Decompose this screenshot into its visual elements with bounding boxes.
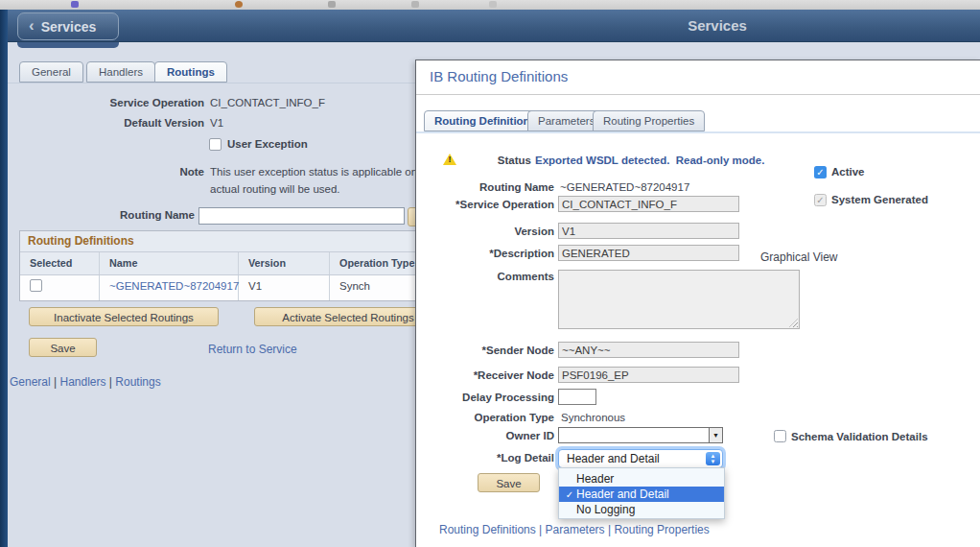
back-button[interactable]: ‹ Services — [17, 12, 119, 40]
favicon-icon — [411, 1, 419, 8]
user-exception-checkbox[interactable] — [209, 138, 222, 151]
modal-version-label: Version — [416, 226, 554, 237]
row-version: V1 — [239, 275, 330, 300]
page-title: Services — [621, 17, 813, 34]
resize-handle-icon[interactable] — [789, 319, 798, 327]
system-generated-label: System Generated — [831, 194, 928, 205]
service-operation-label: Service Operation — [19, 97, 204, 108]
check-icon: ✓ — [563, 489, 576, 500]
modal-title-rule — [416, 94, 980, 95]
modal-tab-label: Parameters — [538, 115, 595, 127]
schema-validation-details-checkbox[interactable] — [774, 430, 786, 442]
menu-option-label: Header and Detail — [576, 488, 669, 501]
column-header-selected: Selected — [20, 252, 100, 274]
modal-operation-type-value: Synchronous — [561, 412, 625, 423]
modal-comments-label: Comments — [416, 271, 554, 282]
modal-save-button[interactable]: Save — [478, 473, 540, 492]
modal-receiver-node-label: *Receiver Node — [416, 369, 554, 381]
screen: ‹ Services Services General Handlers Rou… — [0, 0, 980, 547]
back-chevron-icon: ‹ — [29, 16, 35, 36]
schema-validation-details-label: Schema Validation Details — [791, 431, 928, 442]
modal-receiver-node-input — [558, 367, 739, 383]
tab-handlers-label: Handlers — [99, 66, 143, 78]
user-exception-label: User Exception — [227, 138, 308, 150]
return-to-service-link[interactable]: Return to Service — [208, 343, 297, 356]
note-label: Note — [19, 166, 204, 178]
warning-exclamation-icon: ! — [443, 155, 456, 164]
column-header-operation-type: Operation Type — [330, 252, 416, 274]
back-button-tab-extension — [17, 41, 119, 48]
modal-routing-name-label: Routing Name — [416, 181, 554, 193]
page-header: ‹ Services Services — [8, 10, 980, 42]
modal-footer-link-routing-properties[interactable]: Routing Properties — [614, 523, 709, 536]
menu-option-header[interactable]: Header — [559, 471, 724, 487]
note-line2: actual routing will be used. — [210, 183, 340, 195]
routing-name-label: Routing Name — [19, 209, 195, 221]
menu-option-label: Header — [576, 472, 614, 486]
tab-handlers[interactable]: Handlers — [86, 61, 155, 83]
ib-routing-definitions-modal: IB Routing Definitions Routing Definitio… — [415, 59, 980, 547]
footer-link-general[interactable]: General — [10, 375, 51, 389]
select-stepper-icon[interactable]: ▲ ▼ — [706, 452, 720, 465]
favicon-icon — [235, 1, 243, 8]
separator: | — [536, 523, 546, 536]
menu-option-header-and-detail[interactable]: ✓ Header and Detail — [559, 487, 724, 502]
page-footer-links: General | Handlers | Routings — [10, 375, 161, 389]
save-button[interactable]: Save — [29, 338, 97, 357]
modal-delay-processing-input[interactable] — [558, 389, 596, 405]
separator: | — [106, 375, 116, 389]
tab-routings[interactable]: Routings — [154, 61, 227, 83]
check-icon: ✓ — [816, 167, 824, 178]
row-select-checkbox[interactable] — [30, 279, 42, 292]
routing-definitions-grid: Routing Definitions Selected Name Versio… — [19, 230, 417, 301]
tab-general[interactable]: General — [19, 61, 83, 83]
grid-title: Routing Definitions — [20, 231, 416, 252]
active-label: Active — [831, 166, 865, 178]
modal-service-operation-label: *Service Operation — [416, 199, 554, 210]
modal-sender-node-input — [558, 342, 739, 358]
modal-routing-name-value: ~GENERATED~87204917 — [560, 181, 689, 193]
activate-selected-routings-button[interactable]: Activate Selected Routings — [254, 307, 442, 326]
owner-id-dropdown[interactable]: ▼ — [558, 427, 723, 443]
modal-tab-routing-properties[interactable]: Routing Properties — [593, 110, 705, 131]
tab-routings-label: Routings — [167, 66, 215, 78]
modal-description-input — [558, 245, 739, 261]
modal-footer-link-routing-definitions[interactable]: Routing Definitions — [439, 523, 536, 536]
inactivate-selected-routings-button[interactable]: Inactivate Selected Routings — [29, 307, 219, 326]
check-icon: ✓ — [816, 195, 824, 205]
favicon-icon — [489, 1, 497, 8]
separator: | — [51, 375, 60, 389]
system-generated-checkbox: ✓ — [814, 194, 827, 206]
modal-comments-textarea[interactable] — [558, 270, 800, 329]
dropdown-arrow-icon[interactable]: ▼ — [709, 428, 722, 442]
modal-description-label: *Description — [416, 248, 554, 259]
column-header-version: Version — [239, 252, 330, 274]
graphical-view-link[interactable]: Graphical View — [760, 250, 837, 264]
stepper-down-icon: ▼ — [711, 459, 716, 464]
routing-name-input[interactable] — [198, 207, 405, 225]
modal-tab-label: Routing Properties — [603, 115, 694, 127]
active-checkbox[interactable]: ✓ — [814, 166, 827, 178]
default-version-value: V1 — [210, 117, 223, 129]
footer-link-handlers[interactable]: Handlers — [60, 375, 106, 389]
modal-tab-underline — [416, 131, 980, 133]
row-operation-type: Synch — [330, 275, 416, 300]
service-operation-value: CI_CONTACT_INFO_F — [210, 97, 325, 108]
modal-tab-label: Routing Definitions — [434, 115, 536, 127]
modal-operation-type-label: Operation Type — [416, 412, 554, 423]
note-line1: This user exception status is applicable… — [210, 166, 425, 178]
footer-link-routings[interactable]: Routings — [115, 375, 160, 389]
row-name-link[interactable]: ~GENERATED~87204917 — [109, 280, 239, 292]
status-value: Exported WSDL detected. Read-only mode. — [535, 155, 764, 166]
log-detail-selected-value: Header and Detail — [567, 452, 660, 465]
left-edge-bar — [0, 10, 8, 547]
modal-footer-link-parameters[interactable]: Parameters — [546, 523, 605, 536]
modal-delay-processing-label: Delay Processing — [416, 392, 554, 403]
default-version-label: Default Version — [19, 117, 204, 129]
log-detail-select[interactable]: Header and Detail ▲ ▼ — [558, 449, 723, 468]
menu-option-no-logging[interactable]: No Logging — [559, 502, 724, 517]
menu-option-label: No Logging — [576, 503, 635, 516]
modal-sender-node-label: *Sender Node — [416, 345, 554, 356]
modal-log-detail-label: *Log Detail — [416, 452, 554, 464]
modal-service-operation-input — [558, 196, 739, 212]
